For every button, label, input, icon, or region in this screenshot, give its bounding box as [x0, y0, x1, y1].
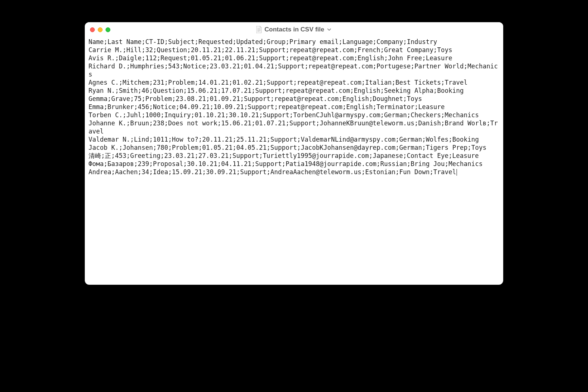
text-editor-window: Contacts in CSV file Name;Last Name;CT-I… [85, 22, 503, 285]
svg-rect-3 [258, 31, 260, 32]
title-group: Contacts in CSV file [85, 26, 503, 33]
close-button[interactable] [90, 27, 95, 32]
svg-rect-1 [258, 30, 261, 30]
chevron-down-icon[interactable] [327, 27, 332, 32]
svg-rect-2 [258, 30, 261, 31]
text-caret [457, 169, 457, 176]
document-icon[interactable] [256, 26, 262, 33]
text-content-area[interactable]: Name;Last Name;CT-ID;Subject;Requested;U… [85, 37, 503, 285]
maximize-button[interactable] [106, 27, 110, 32]
window-title[interactable]: Contacts in CSV file [264, 26, 324, 33]
minimize-button[interactable] [98, 27, 103, 32]
traffic-lights [90, 27, 110, 32]
window-titlebar[interactable]: Contacts in CSV file [85, 22, 503, 37]
svg-rect-0 [258, 28, 261, 29]
